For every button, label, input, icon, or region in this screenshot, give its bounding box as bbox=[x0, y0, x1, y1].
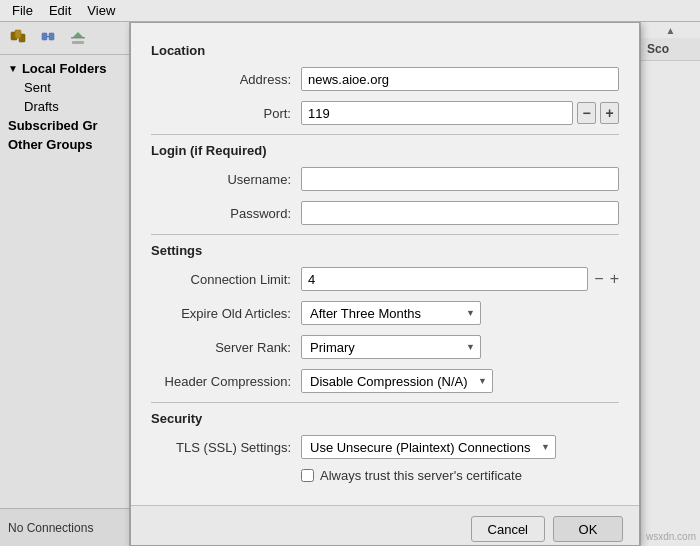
svg-rect-2 bbox=[15, 30, 21, 38]
address-control bbox=[301, 67, 619, 91]
tls-select[interactable]: Use Unsecure (Plaintext) Connections Use… bbox=[301, 435, 556, 459]
toolbar-icon-1[interactable] bbox=[4, 26, 32, 50]
svg-rect-8 bbox=[72, 41, 84, 44]
section-settings-title: Settings bbox=[151, 243, 619, 258]
connection-limit-input[interactable] bbox=[301, 267, 588, 291]
address-label: Address: bbox=[151, 72, 301, 87]
username-control bbox=[301, 167, 619, 191]
port-input[interactable] bbox=[301, 101, 573, 125]
password-row: Password: bbox=[151, 200, 619, 226]
tls-label: TLS (SSL) Settings: bbox=[151, 440, 301, 455]
toolbar-icon-2[interactable] bbox=[34, 26, 62, 50]
header-compression-control: Disable Compression (N/A) Enable Compres… bbox=[301, 369, 619, 393]
sidebar-item-other-groups[interactable]: Other Groups bbox=[0, 135, 129, 154]
header-compression-row: Header Compression: Disable Compression … bbox=[151, 368, 619, 394]
dialog-body: Location Address: Port: − bbox=[131, 23, 639, 505]
expand-triangle: ▼ bbox=[8, 63, 18, 74]
svg-rect-6 bbox=[71, 37, 85, 39]
server-rank-select[interactable]: Primary Secondary Tertiary bbox=[301, 335, 481, 359]
dialog: Location Address: Port: − bbox=[130, 22, 640, 546]
cancel-button[interactable]: Cancel bbox=[471, 516, 545, 542]
header-compression-label: Header Compression: bbox=[151, 374, 301, 389]
expire-label: Expire Old Articles: bbox=[151, 306, 301, 321]
scroll-header: Sco bbox=[641, 38, 700, 61]
main-area: ▼ Local Folders Sent Drafts Subscribed G… bbox=[0, 22, 700, 546]
address-row: Address: bbox=[151, 66, 619, 92]
port-increment-button[interactable]: + bbox=[600, 102, 619, 124]
conn-increment-button[interactable]: + bbox=[610, 271, 619, 287]
server-rank-control: Primary Secondary Tertiary bbox=[301, 335, 619, 359]
username-input[interactable] bbox=[301, 167, 619, 191]
expire-select-wrapper: After Three Months Never After One Day A… bbox=[301, 301, 481, 325]
server-rank-row: Server Rank: Primary Secondary Tertiary bbox=[151, 334, 619, 360]
address-input[interactable] bbox=[301, 67, 619, 91]
port-decrement-button[interactable]: − bbox=[577, 102, 596, 124]
sidebar-item-local-folders[interactable]: ▼ Local Folders bbox=[0, 59, 129, 78]
sidebar: ▼ Local Folders Sent Drafts Subscribed G… bbox=[0, 22, 130, 546]
expire-row: Expire Old Articles: After Three Months … bbox=[151, 300, 619, 326]
header-compression-select[interactable]: Disable Compression (N/A) Enable Compres… bbox=[301, 369, 493, 393]
tls-row: TLS (SSL) Settings: Use Unsecure (Plaint… bbox=[151, 434, 619, 460]
divider-3 bbox=[151, 402, 619, 403]
menu-view[interactable]: View bbox=[79, 2, 123, 19]
menubar: File Edit View bbox=[0, 0, 700, 22]
trust-cert-row: Always trust this server's certificate bbox=[151, 468, 619, 483]
server-rank-select-wrapper: Primary Secondary Tertiary bbox=[301, 335, 481, 359]
svg-marker-7 bbox=[73, 32, 83, 37]
connection-limit-row: Connection Limit: − + bbox=[151, 266, 619, 292]
sidebar-item-subscribed[interactable]: Subscribed Gr bbox=[0, 116, 129, 135]
svg-rect-3 bbox=[42, 33, 47, 40]
dialog-footer: Cancel OK bbox=[131, 505, 639, 546]
scroll-up[interactable]: ▲ bbox=[641, 22, 700, 38]
menu-file[interactable]: File bbox=[4, 2, 41, 19]
dialog-overlay: Location Address: Port: − bbox=[130, 22, 640, 546]
expire-select[interactable]: After Three Months Never After One Day A… bbox=[301, 301, 481, 325]
tls-select-wrapper: Use Unsecure (Plaintext) Connections Use… bbox=[301, 435, 556, 459]
trust-cert-label: Always trust this server's certificate bbox=[320, 468, 522, 483]
ok-button[interactable]: OK bbox=[553, 516, 623, 542]
status-text: No Connections bbox=[8, 521, 93, 535]
menu-edit[interactable]: Edit bbox=[41, 2, 79, 19]
port-control: − + bbox=[301, 101, 619, 125]
watermark: wsxdn.com bbox=[646, 531, 696, 542]
port-row: Port: − + bbox=[151, 100, 619, 126]
toolbar-icon-3[interactable] bbox=[64, 26, 92, 50]
sidebar-toolbar bbox=[0, 22, 129, 55]
tls-control: Use Unsecure (Plaintext) Connections Use… bbox=[301, 435, 619, 459]
scroll-area: ▲ Sco bbox=[640, 22, 700, 546]
sidebar-item-drafts[interactable]: Drafts bbox=[0, 97, 129, 116]
password-input[interactable] bbox=[301, 201, 619, 225]
connection-limit-control: − + bbox=[301, 267, 619, 291]
divider-2 bbox=[151, 234, 619, 235]
password-label: Password: bbox=[151, 206, 301, 221]
trust-cert-checkbox[interactable] bbox=[301, 469, 314, 482]
conn-decrement-button[interactable]: − bbox=[594, 271, 603, 287]
section-security-title: Security bbox=[151, 411, 619, 426]
right-panel: ▲ Sco Location Address: Port: bbox=[130, 22, 700, 546]
sidebar-tree: ▼ Local Folders Sent Drafts Subscribed G… bbox=[0, 55, 129, 508]
local-folders-label: Local Folders bbox=[22, 61, 107, 76]
server-rank-label: Server Rank: bbox=[151, 340, 301, 355]
svg-rect-4 bbox=[49, 33, 54, 40]
expire-control: After Three Months Never After One Day A… bbox=[301, 301, 619, 325]
port-label: Port: bbox=[151, 106, 301, 121]
conn-buttons: − + bbox=[594, 271, 619, 287]
divider-1 bbox=[151, 134, 619, 135]
password-control bbox=[301, 201, 619, 225]
sidebar-status: No Connections bbox=[0, 508, 129, 546]
username-row: Username: bbox=[151, 166, 619, 192]
username-label: Username: bbox=[151, 172, 301, 187]
sidebar-item-sent[interactable]: Sent bbox=[0, 78, 129, 97]
header-compression-select-wrapper: Disable Compression (N/A) Enable Compres… bbox=[301, 369, 493, 393]
section-login-title: Login (if Required) bbox=[151, 143, 619, 158]
connection-limit-label: Connection Limit: bbox=[151, 272, 301, 287]
section-location-title: Location bbox=[151, 43, 619, 58]
